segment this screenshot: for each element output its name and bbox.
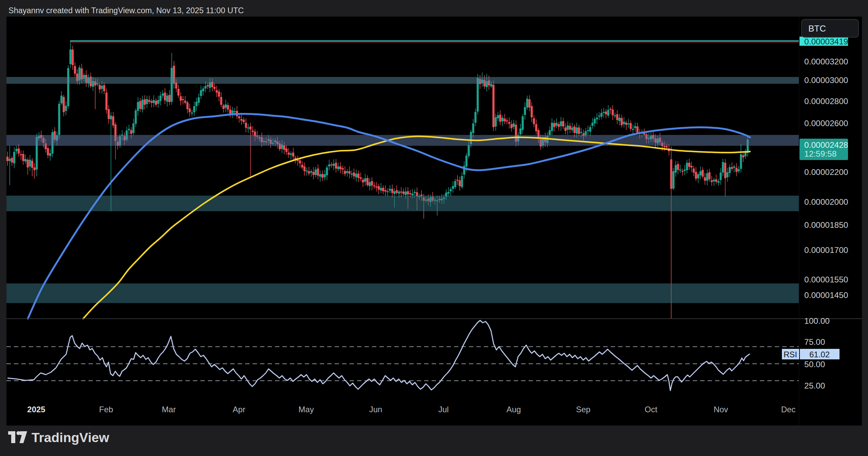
svg-text:Apr: Apr <box>233 405 245 414</box>
svg-text:0.00002428: 0.00002428 <box>804 140 848 150</box>
svg-text:0.00003419: 0.00003419 <box>804 37 848 46</box>
svg-text:TradingView: TradingView <box>32 430 110 445</box>
svg-text:Jul: Jul <box>438 405 449 414</box>
svg-text:BTC: BTC <box>808 23 826 34</box>
svg-text:Oct: Oct <box>645 405 657 414</box>
svg-text:0.00001700: 0.00001700 <box>804 245 848 255</box>
svg-text:0.00002800: 0.00002800 <box>804 97 848 106</box>
svg-text:0.00003200: 0.00003200 <box>804 57 848 66</box>
svg-text:Dec: Dec <box>781 405 796 414</box>
svg-text:Aug: Aug <box>507 405 521 414</box>
svg-text:Nov: Nov <box>714 405 728 414</box>
svg-text:Feb: Feb <box>99 405 113 414</box>
svg-text:61.02: 61.02 <box>809 350 830 359</box>
svg-text:0.00001850: 0.00001850 <box>804 220 848 230</box>
svg-text:0.00002600: 0.00002600 <box>804 119 848 128</box>
svg-text:RSI: RSI <box>784 350 797 359</box>
svg-text:0.00002200: 0.00002200 <box>804 167 848 177</box>
svg-text:50.00: 50.00 <box>804 360 825 369</box>
svg-text:Mar: Mar <box>162 405 176 414</box>
svg-text:75.00: 75.00 <box>804 337 825 346</box>
svg-text:0.00001550: 0.00001550 <box>804 275 848 284</box>
svg-text:May: May <box>298 405 314 414</box>
svg-text:12:59:58: 12:59:58 <box>804 149 836 158</box>
svg-text:25.00: 25.00 <box>804 381 825 390</box>
svg-text:Sep: Sep <box>576 405 591 414</box>
svg-text:Shayannv created with TradingV: Shayannv created with TradingView.com, N… <box>8 6 244 15</box>
svg-text:2025: 2025 <box>27 405 45 414</box>
svg-text:0.00001450: 0.00001450 <box>804 291 848 300</box>
svg-text:Jun: Jun <box>369 405 382 414</box>
svg-text:0.00002000: 0.00002000 <box>804 197 848 206</box>
svg-text:100.00: 100.00 <box>804 316 830 325</box>
svg-text:0.00003000: 0.00003000 <box>804 76 848 85</box>
